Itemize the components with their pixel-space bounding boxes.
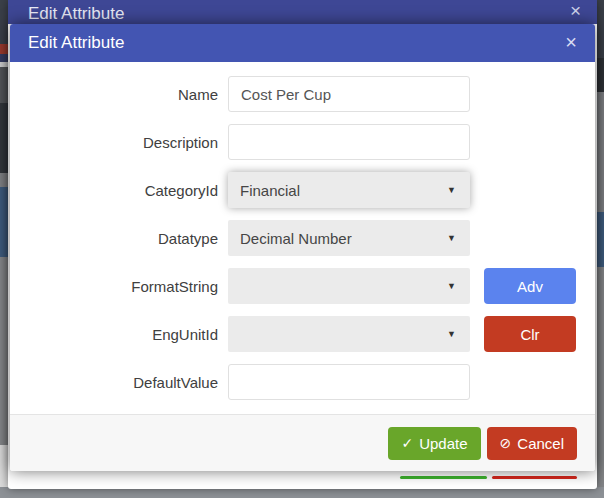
adv-button[interactable]: Adv [484,268,576,304]
name-row: Name [28,76,577,112]
datatype-select[interactable]: Decimal Number ▼ [228,220,470,256]
check-icon: ✓ [401,436,413,450]
defaultvalue-label: DefaultValue [28,374,218,391]
description-input[interactable] [228,124,470,160]
caret-down-icon: ▼ [447,329,458,339]
categoryid-select[interactable]: Financial ▼ [228,172,470,208]
datatype-select-value: Decimal Number [240,230,352,247]
cancel-button[interactable]: ⊘ Cancel [487,427,577,460]
ban-icon: ⊘ [500,436,512,450]
categoryid-label: CategoryId [28,182,218,199]
behind-dialog-title: Edit Attribute [28,4,124,24]
defaultvalue-row: DefaultValue [28,364,577,400]
clr-button[interactable]: Clr [484,316,576,352]
update-button[interactable]: ✓ Update [388,427,480,460]
engunitid-row: EngUnitId ▼ Clr [28,316,577,352]
categoryid-select-value: Financial [240,182,300,199]
behind-update-button-edge [400,476,487,479]
formatstring-select[interactable]: ▼ [228,268,470,304]
caret-down-icon: ▼ [447,233,458,243]
datatype-label: Datatype [28,230,218,247]
description-row: Description [28,124,577,160]
engunitid-label: EngUnitId [28,326,218,343]
engunitid-select[interactable]: ▼ [228,316,470,352]
update-button-label: Update [419,435,467,452]
caret-down-icon: ▼ [447,185,458,195]
name-label: Name [28,86,218,103]
description-label: Description [28,134,218,151]
caret-down-icon: ▼ [447,281,458,291]
close-icon[interactable]: × [561,31,581,53]
behind-close-icon[interactable]: × [570,1,581,21]
edit-attribute-dialog: Edit Attribute × Name Description Catego… [10,24,595,471]
behind-dialog-header: Edit Attribute × [8,0,597,24]
dialog-title: Edit Attribute [28,33,124,53]
defaultvalue-input[interactable] [228,364,470,400]
categoryid-row: CategoryId Financial ▼ [28,172,577,208]
name-input[interactable] [228,76,470,112]
behind-cancel-button-edge [492,476,577,479]
dialog-header: Edit Attribute × [10,24,595,62]
datatype-row: Datatype Decimal Number ▼ [28,220,577,256]
formatstring-row: FormatString ▼ Adv [28,268,577,304]
dialog-footer: ✓ Update ⊘ Cancel [10,414,595,471]
dialog-body: Name Description CategoryId Financial ▼ … [10,62,595,414]
formatstring-label: FormatString [28,278,218,295]
cancel-button-label: Cancel [517,435,564,452]
